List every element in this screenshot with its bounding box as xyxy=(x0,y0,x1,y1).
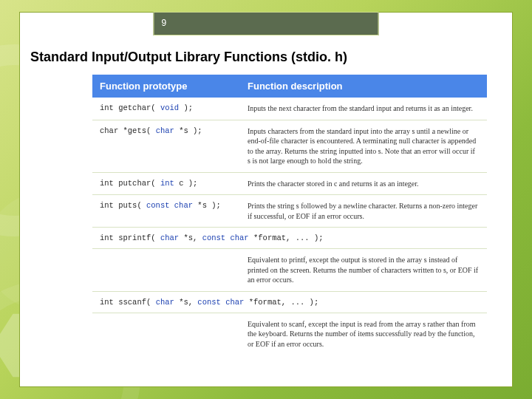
cell-description: Inputs the next character from the stand… xyxy=(240,98,487,120)
cell-description: Prints the string s followed by a newlin… xyxy=(240,195,487,227)
page-number-box: 9 xyxy=(154,12,379,35)
table-header: Function prototype Function description xyxy=(92,75,487,98)
cell-description: Inputs characters from the standard inpu… xyxy=(240,120,487,172)
cell-prototype: char *gets( char *s ); xyxy=(92,120,240,172)
slide-background: 9 Standard Input/Output Library Function… xyxy=(0,0,532,399)
cell-prototype: int sscanf( char *s, const char *format,… xyxy=(92,292,487,313)
cell-description: Equivalent to scanf, except the input is… xyxy=(92,313,487,355)
table-row: int puts( const char *s ); Prints the st… xyxy=(92,195,487,228)
table-row: Equivalent to scanf, except the input is… xyxy=(92,313,487,355)
cell-description: Prints the character stored in c and ret… xyxy=(240,173,487,195)
cell-description: Equivalent to printf, except the output … xyxy=(92,249,487,291)
cell-prototype: int putchar( int c ); xyxy=(92,173,240,195)
table-row: Equivalent to printf, except the output … xyxy=(92,249,487,292)
functions-table: Function prototype Function description … xyxy=(92,75,487,355)
slide-title: Standard Input/Output Library Functions … xyxy=(30,50,347,65)
slide-frame: 9 Standard Input/Output Library Function… xyxy=(19,12,513,387)
cell-prototype: int sprintf( char *s, const char *format… xyxy=(92,228,487,248)
header-description: Function description xyxy=(240,75,487,98)
cell-prototype: int getchar( void ); xyxy=(92,98,240,120)
cell-prototype: int puts( const char *s ); xyxy=(92,195,240,227)
header-prototype: Function prototype xyxy=(92,75,240,98)
table-row: int getchar( void ); Inputs the next cha… xyxy=(92,98,487,120)
table-row: int putchar( int c ); Prints the charact… xyxy=(92,173,487,196)
table-row: int sscanf( char *s, const char *format,… xyxy=(92,292,487,313)
table-row: int sprintf( char *s, const char *format… xyxy=(92,228,487,249)
table-row: char *gets( char *s ); Inputs characters… xyxy=(92,120,487,173)
page-number: 9 xyxy=(162,18,167,28)
